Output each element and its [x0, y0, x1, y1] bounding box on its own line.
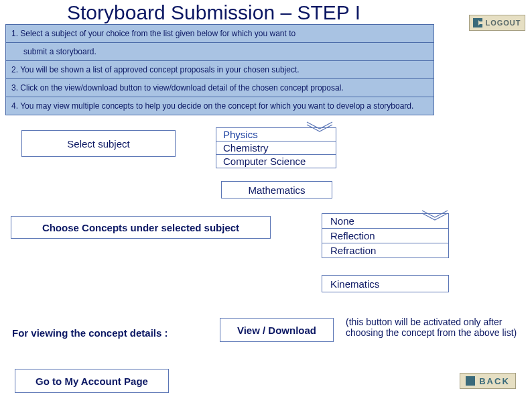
concept-option-refraction[interactable]: Refraction — [322, 243, 448, 258]
page-title: Storyboard Submission – STEP I — [67, 1, 360, 24]
view-download-button[interactable]: View / Download — [220, 318, 334, 342]
instruction-line: submit a storyboard. — [6, 42, 434, 60]
concept-option-reflection[interactable]: Reflection — [322, 228, 448, 243]
instruction-line: 4. You may view multiple concepts to hel… — [6, 97, 434, 115]
select-subject-label: Select subject — [21, 130, 176, 157]
view-button-note: (this button will be activated only afte… — [346, 317, 521, 338]
logout-icon — [473, 18, 482, 27]
subject-option-mathematics[interactable]: Mathematics — [221, 181, 332, 198]
choose-concepts-label: Choose Concepts under selected subject — [11, 216, 271, 239]
instruction-line: 1. Select a subject of your choice from … — [6, 25, 434, 42]
subject-option-cs[interactable]: Computer Science — [216, 154, 336, 168]
back-button[interactable]: BACK — [460, 373, 516, 389]
instructions-panel: 1. Select a subject of your choice from … — [5, 24, 434, 115]
concept-option-none[interactable]: None — [322, 214, 448, 228]
concept-option-kinematics[interactable]: Kinematics — [322, 275, 449, 292]
logout-label: LOGOUT — [485, 19, 521, 27]
instruction-line: 2. You will be shown a list of approved … — [6, 60, 434, 78]
subject-dropdown[interactable]: Physics Chemistry Computer Science — [216, 127, 336, 168]
instruction-line: 3. Click on the view/download button to … — [6, 78, 434, 97]
subject-option-chemistry[interactable]: Chemistry — [216, 141, 336, 154]
logout-button[interactable]: LOGOUT — [469, 15, 525, 31]
back-label: BACK — [479, 376, 510, 386]
view-details-label: For viewing the concept details : — [12, 327, 168, 339]
subject-option-physics[interactable]: Physics — [216, 128, 336, 141]
back-icon — [466, 376, 475, 386]
concept-dropdown[interactable]: None Reflection Refraction — [322, 213, 449, 258]
go-to-account-button[interactable]: Go to My Account Page — [15, 369, 169, 393]
